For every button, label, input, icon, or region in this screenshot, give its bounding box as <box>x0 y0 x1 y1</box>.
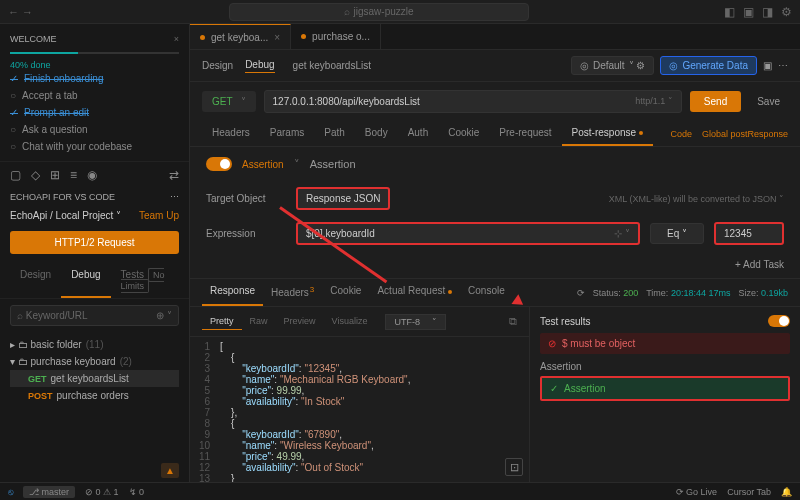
command-search[interactable]: ⌕ jigsaw-puzzle <box>229 3 529 21</box>
search-icon: ⌕ <box>344 6 350 17</box>
test-results-title: Test results <box>540 316 591 327</box>
copy-icon[interactable]: ⧉ <box>509 315 517 328</box>
response-tab[interactable]: Headers3 <box>263 279 322 306</box>
nav-arrows[interactable]: ← → <box>8 6 33 18</box>
request-tab[interactable]: Cookie <box>438 121 489 146</box>
code-line: 7 }, <box>190 407 529 418</box>
status-code: 200 <box>623 288 638 298</box>
sidebar-tab[interactable]: TestsNo Limits <box>111 264 179 298</box>
format-tab[interactable]: Pretty <box>202 313 242 330</box>
request-tab[interactable]: Pre-request <box>489 121 561 146</box>
workspace[interactable]: EchoApi <box>10 210 47 221</box>
code-line: 4 "name": "Mechanical RGB Keyboard", <box>190 374 529 385</box>
ports[interactable]: ↯ 0 <box>129 487 145 497</box>
expand-response-icon[interactable]: ⊡ <box>505 458 523 476</box>
operator-select[interactable]: Eq ˅ <box>650 223 704 244</box>
panel-icon[interactable]: ▣ <box>743 5 754 19</box>
code-link[interactable]: Code <box>670 129 692 139</box>
code-line: 2 { <box>190 352 529 363</box>
welcome-item[interactable]: Chat with your codebase <box>10 138 179 155</box>
code-line: 5 "price": 99.99, <box>190 385 529 396</box>
teamup-link[interactable]: Team Up <box>139 210 179 221</box>
expand-icon[interactable]: ▣ <box>763 60 772 71</box>
expected-value-input[interactable]: 12345 <box>714 222 784 245</box>
design-tab[interactable]: Design <box>202 60 233 71</box>
chevron-down-icon[interactable]: ˅ <box>294 158 300 171</box>
tree-folder[interactable]: ▸ 🗀 basic folder (11) <box>10 336 179 353</box>
method-select[interactable]: GET˅ <box>202 91 256 112</box>
layout-icon[interactable]: ◧ <box>724 5 735 19</box>
code-line: 13 } <box>190 473 529 482</box>
tree-folder[interactable]: ▾ 🗀 purchase keyboard (2) <box>10 353 179 370</box>
generate-data-button[interactable]: ◎ Generate Data <box>660 56 757 75</box>
expression-label: Expression <box>206 228 286 239</box>
response-tab[interactable]: Console <box>460 279 513 306</box>
close-icon[interactable]: × <box>174 34 179 44</box>
project[interactable]: Local Project <box>56 210 114 221</box>
welcome-item[interactable]: Prompt an edit <box>10 104 179 121</box>
git-branch[interactable]: ⎇ master <box>23 486 75 498</box>
remote-icon[interactable]: ⎋ <box>8 487 13 497</box>
welcome-item[interactable]: Finish onboarding <box>10 70 179 87</box>
xml-note: XML (XML-like) will be converted to JSON <box>609 194 777 204</box>
welcome-title: WELCOME <box>10 34 57 44</box>
problems[interactable]: ⊘ 0 ⚠ 1 <box>85 487 119 497</box>
test-results-toggle[interactable] <box>768 315 790 327</box>
cursor-tab[interactable]: Cursor Tab <box>727 487 771 497</box>
response-tab[interactable]: Actual Request <box>369 279 460 306</box>
more-icon[interactable]: ⋯ <box>778 60 788 71</box>
layout2-icon[interactable]: ◨ <box>762 5 773 19</box>
response-tab[interactable]: Response <box>202 279 263 306</box>
tree-request[interactable]: POST purchase orders <box>10 387 179 404</box>
request-tab[interactable]: Headers <box>202 121 260 146</box>
request-tab[interactable]: Auth <box>398 121 439 146</box>
new-request-button[interactable]: HTTP1/2 Request <box>10 231 179 254</box>
mode-select[interactable]: ◎ Default ˅ ⚙ <box>571 56 654 75</box>
charset-select[interactable]: UTF-8˅ <box>385 314 446 330</box>
global-postresponse-link[interactable]: Global postResponse <box>702 129 788 139</box>
editor-tab[interactable]: get keyboa... × <box>190 24 291 49</box>
target-object-label: Target Object <box>206 193 286 204</box>
tree-request[interactable]: GET get keyboardsList <box>10 370 179 387</box>
request-tab[interactable]: Body <box>355 121 398 146</box>
sidebar-tab[interactable]: Design <box>10 264 61 298</box>
target-object-select[interactable]: Response JSON <box>296 187 390 210</box>
go-live-button[interactable]: ⟳ Go Live <box>676 487 718 497</box>
format-tab[interactable]: Visualize <box>324 313 376 330</box>
sidebar-tab[interactable]: Debug <box>61 264 110 298</box>
more-icon[interactable]: ⋯ <box>170 192 179 202</box>
request-tab[interactable]: Path <box>314 121 355 146</box>
cloud-icon[interactable]: ◇ <box>31 168 40 182</box>
format-tab[interactable]: Raw <box>242 313 276 330</box>
notification-icon[interactable]: ▲ <box>161 463 179 478</box>
bell-icon[interactable]: 🔔 <box>781 487 792 497</box>
collection-icon[interactable]: ▢ <box>10 168 21 182</box>
test-fail-item[interactable]: $ must be object <box>540 333 790 354</box>
expand-icon[interactable]: ⇄ <box>169 168 179 182</box>
format-tab[interactable]: Preview <box>276 313 324 330</box>
code-line: 6 "availability": "In Stock" <box>190 396 529 407</box>
save-button[interactable]: Save <box>749 91 788 112</box>
response-time: 20:18:44 17ms <box>671 288 731 298</box>
send-button[interactable]: Send <box>690 91 741 112</box>
welcome-item[interactable]: Accept a tab <box>10 87 179 104</box>
debug-tab[interactable]: Debug <box>245 59 274 73</box>
expression-input[interactable]: $[0].keyboardId⊹ ˅ <box>296 222 640 245</box>
sync-icon[interactable]: ⟳ <box>577 288 585 298</box>
settings-icon[interactable]: ⚙ <box>781 5 792 19</box>
tree-search[interactable]: ⌕ Keyword/URL ⊕ ˅ <box>10 305 179 326</box>
response-tab[interactable]: Cookie <box>322 279 369 306</box>
welcome-item[interactable]: Ask a question <box>10 121 179 138</box>
request-tab[interactable]: Params <box>260 121 314 146</box>
add-task-button[interactable]: + Add Task <box>735 259 784 270</box>
progress-bar <box>10 52 179 54</box>
assertion-toggle[interactable] <box>206 157 232 171</box>
db-icon[interactable]: ≡ <box>70 168 77 182</box>
env-icon[interactable]: ⊞ <box>50 168 60 182</box>
assertion-type: Assertion <box>310 158 356 170</box>
compass-icon[interactable]: ◉ <box>87 168 97 182</box>
request-tab[interactable]: Post-response <box>562 121 653 146</box>
test-pass-item[interactable]: Assertion <box>540 376 790 401</box>
editor-tab[interactable]: purchase o... <box>291 24 381 49</box>
url-input[interactable]: 127.0.0.1:8080/api/keyboardsListhttp/1.1… <box>264 90 682 113</box>
